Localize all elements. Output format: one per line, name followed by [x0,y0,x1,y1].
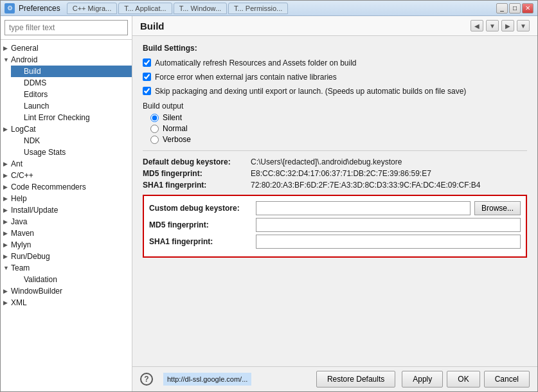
sidebar-item-java[interactable]: ▶ Java [1,216,132,227]
sha1-value: 72:80:20:A3:BF:6D:2F:7E:A3:3D:8C:D3:33:9… [251,181,527,190]
title-bar-controls: _ □ ✕ [496,3,534,13]
help-icon[interactable]: ? [140,373,153,386]
default-keystore-row: Default debug keystore: C:\Users\[redact… [143,157,527,166]
checkbox-force-error[interactable] [143,73,151,81]
sidebar-label-run-debug: Run/Debug [11,252,129,261]
sidebar-item-team[interactable]: ▼ Team [1,262,132,274]
nav-dropdown-button[interactable]: ▼ [486,20,499,31]
sidebar-label-mylyn: Mylyn [11,240,129,249]
custom-sha1-value [256,235,521,249]
sidebar-label-java: Java [11,217,129,226]
nav-forward-button[interactable]: ▶ [501,20,514,31]
browse-button[interactable]: Browse... [474,201,521,215]
expand-arrow-maven: ▶ [3,230,11,236]
sidebar: ▶ General ▼ Android Build DDMS [1,16,132,391]
expand-arrow-help: ▶ [3,195,11,202]
sidebar-item-mylyn[interactable]: ▶ Mylyn [1,239,132,251]
custom-keystore-section: Custom debug keystore: Browse... MD5 fin… [143,195,527,258]
title-bar: ⚙ Preferences C++ Migra... T... Applicat… [1,1,537,16]
sidebar-label-help: Help [11,194,129,203]
checkbox-skip-packaging[interactable] [143,87,151,95]
tab-application[interactable]: T... Applicat... [118,3,172,14]
sidebar-item-xml[interactable]: ▶ XML [1,297,132,308]
apply-button[interactable]: Apply [402,371,443,388]
content-area: ▶ General ▼ Android Build DDMS [1,16,537,391]
checkbox-auto-refresh-label: Automatically refresh Resources and Asse… [155,58,357,69]
tab-cpp[interactable]: C++ Migra... [67,3,118,14]
build-settings-title: Build Settings: [143,44,527,53]
restore-defaults-button[interactable]: Restore Defaults [316,371,395,388]
sidebar-item-logcat[interactable]: ▶ LogCat [1,123,132,135]
maximize-button[interactable]: □ [509,3,521,13]
expand-arrow-windowbuilder: ▶ [3,288,11,294]
divider [143,150,527,151]
checkbox-skip-packaging-row: Skip packaging and dexing until export o… [143,86,527,97]
window-title: Preferences [19,4,60,13]
checkbox-auto-refresh-row: Automatically refresh Resources and Asse… [143,58,527,69]
sidebar-item-lint[interactable]: Lint Error Checking [11,112,132,123]
sidebar-item-maven[interactable]: ▶ Maven [1,227,132,239]
ok-button[interactable]: OK [447,371,480,388]
panel-body: Build Settings: Automatically refresh Re… [132,36,537,366]
title-bar-left: ⚙ Preferences [4,3,60,13]
sidebar-label-lint: Lint Error Checking [24,113,129,122]
expand-arrow-cpp: ▶ [3,172,11,179]
radio-normal[interactable] [150,125,159,133]
expand-arrow-java: ▶ [3,218,11,225]
tab-permission[interactable]: T... Permissio... [228,3,288,14]
sidebar-item-ddms[interactable]: DDMS [11,77,132,89]
title-bar-tabs: C++ Migra... T... Applicat... T... Windo… [67,3,496,14]
nav-menu-button[interactable]: ▼ [517,20,530,31]
sidebar-item-cpp[interactable]: ▶ C/C++ [1,170,132,181]
sidebar-item-build[interactable]: Build [11,66,132,77]
radio-verbose[interactable] [150,136,159,144]
cancel-button[interactable]: Cancel [484,371,530,388]
checkbox-auto-refresh[interactable] [143,58,151,67]
sidebar-item-help[interactable]: ▶ Help [1,193,132,204]
sidebar-item-usage-stats[interactable]: Usage Stats [11,147,132,158]
sidebar-item-code-recommenders[interactable]: ▶ Code Recommenders [1,181,132,193]
filter-box [1,16,132,40]
sidebar-item-ndk[interactable]: NDK [11,135,132,147]
close-button[interactable]: ✕ [522,3,534,13]
sidebar-item-launch[interactable]: Launch [11,100,132,112]
minimize-button[interactable]: _ [496,3,508,13]
sidebar-item-editors[interactable]: Editors [11,89,132,100]
team-children: Validation [1,274,132,285]
sidebar-item-android[interactable]: ▼ Android [1,54,132,66]
md5-row: MD5 fingerprint: E8:CC:8C:32:D4:17:06:37… [143,169,527,178]
custom-keystore-label: Custom debug keystore: [149,204,252,213]
expand-arrow-code-recommenders: ▶ [3,184,11,190]
panel-nav: ◀ ▼ ▶ ▼ [471,20,530,31]
tab-window[interactable]: T... Window... [174,3,227,14]
sidebar-item-run-debug[interactable]: ▶ Run/Debug [1,251,132,262]
sidebar-label-ant: Ant [11,159,129,168]
expand-arrow-ant: ▶ [3,161,11,167]
radio-normal-row: Normal [150,124,527,133]
sidebar-label-team: Team [11,263,129,272]
sidebar-label-maven: Maven [11,229,129,238]
sidebar-item-windowbuilder[interactable]: ▶ WindowBuilder [1,285,132,297]
android-children: Build DDMS Editors Launch [1,66,132,123]
expand-arrow-install-update: ▶ [3,207,11,213]
expand-arrow-general: ▶ [3,45,11,51]
custom-sha1-row: SHA1 fingerprint: [149,235,521,249]
sidebar-item-general[interactable]: ▶ General [1,42,132,54]
custom-sha1-label: SHA1 fingerprint: [149,237,252,246]
expand-arrow-team: ▼ [3,265,11,271]
custom-md5-label: MD5 fingerprint: [149,220,252,229]
custom-keystore-input[interactable] [256,201,471,215]
checkbox-force-error-row: Force error when external jars contain n… [143,72,527,83]
filter-input[interactable] [4,20,128,35]
radio-silent[interactable] [150,114,159,122]
sidebar-label-usage-stats: Usage Stats [24,148,129,157]
sidebar-item-install-update[interactable]: ▶ Install/Update [1,204,132,216]
sidebar-label-build: Build [24,67,129,76]
sidebar-label-android: Android [11,55,129,64]
radio-verbose-label: Verbose [163,135,191,144]
sidebar-item-ant[interactable]: ▶ Ant [1,158,132,170]
nav-back-button[interactable]: ◀ [471,20,483,31]
tree: ▶ General ▼ Android Build DDMS [1,40,132,391]
sidebar-label-editors: Editors [24,90,129,99]
sidebar-item-validation[interactable]: Validation [11,274,132,285]
